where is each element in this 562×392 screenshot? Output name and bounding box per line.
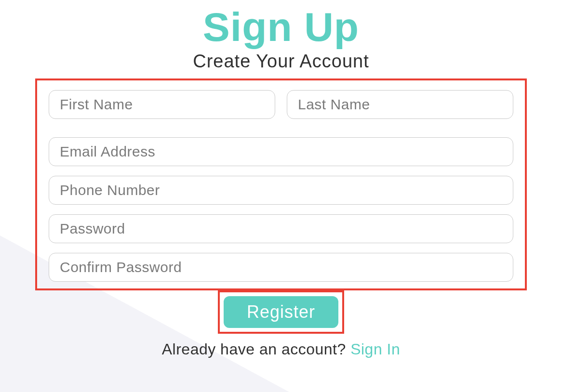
last-name-input[interactable] bbox=[287, 90, 513, 119]
register-button[interactable]: Register bbox=[224, 296, 338, 328]
footer-line: Already have an account? Sign In bbox=[162, 340, 401, 358]
email-input[interactable] bbox=[49, 137, 513, 166]
page-subtitle: Create Your Account bbox=[193, 51, 369, 72]
page-title: Sign Up bbox=[203, 5, 359, 49]
footer-prompt: Already have an account? bbox=[162, 340, 350, 358]
register-highlight-box: Register bbox=[218, 290, 344, 334]
password-input[interactable] bbox=[49, 214, 513, 243]
signup-content: Sign Up Create Your Account Register Alr… bbox=[0, 5, 562, 358]
signup-form-highlight-box bbox=[35, 78, 527, 290]
name-row bbox=[49, 90, 513, 119]
signin-link[interactable]: Sign In bbox=[350, 340, 400, 358]
confirm-password-input[interactable] bbox=[49, 253, 513, 282]
first-name-input[interactable] bbox=[49, 90, 275, 119]
phone-input[interactable] bbox=[49, 176, 513, 205]
